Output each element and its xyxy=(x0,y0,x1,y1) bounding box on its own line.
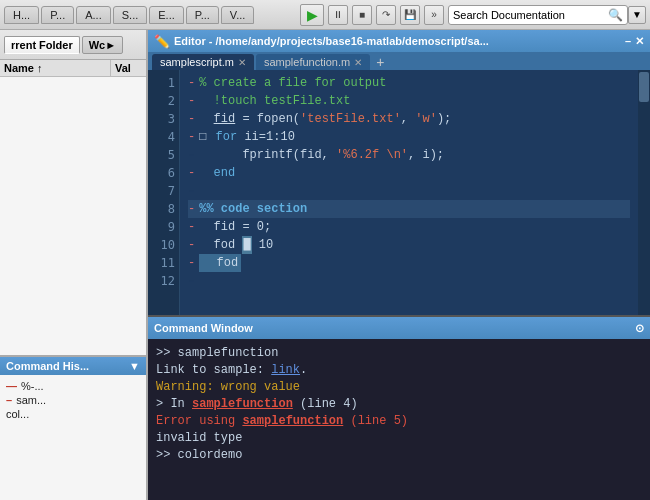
code-text: !touch testFile.txt xyxy=(199,92,350,110)
cmd-window-expand-icon[interactable]: ⊙ xyxy=(635,322,644,335)
code-line: - end xyxy=(188,164,630,182)
tab-close-icon[interactable]: ✕ xyxy=(238,57,246,68)
editor-titlebar-left: ✏️ Editor - /home/andy/projects/base16-m… xyxy=(154,34,489,49)
line-num: 2 xyxy=(148,92,175,110)
code-area[interactable]: -% create a file for output - !touch tes… xyxy=(180,70,638,315)
code-line: -% create a file for output xyxy=(188,74,630,92)
cmd-history-collapse-icon[interactable]: ▼ xyxy=(129,360,140,372)
dash-indicator: - xyxy=(188,218,195,236)
cmd-window-title: Command Window xyxy=(154,322,253,334)
editor-scrollbar[interactable] xyxy=(638,70,650,315)
toolbar: H... P... A... S... E... P... V... ▶ ⏸ ■… xyxy=(0,0,650,30)
code-line: - xyxy=(188,182,630,200)
editor-panel: ✏️ Editor - /home/andy/projects/base16-m… xyxy=(148,30,650,315)
tab-samplefunction[interactable]: samplefunction.m ✕ xyxy=(256,54,370,70)
tab-e[interactable]: E... xyxy=(149,6,184,24)
tab-add-button[interactable]: + xyxy=(372,54,388,70)
tab-p2[interactable]: P... xyxy=(186,6,219,24)
current-folder-button[interactable]: rrent Folder xyxy=(4,36,80,54)
code-line: - fid = 0; xyxy=(188,218,630,236)
tab-label: samplefunction.m xyxy=(264,56,350,68)
save-button[interactable]: 💾 xyxy=(400,5,420,25)
workspace-button[interactable]: Wc► xyxy=(82,36,123,54)
list-item[interactable]: – sam... xyxy=(4,393,142,407)
editor-icon: ✏️ xyxy=(154,34,170,49)
tab-v[interactable]: V... xyxy=(221,6,255,24)
tab-close-icon[interactable]: ✕ xyxy=(354,57,362,68)
code-text: 'w' xyxy=(415,110,437,128)
cmd-window-content[interactable]: >> samplefunction Link to sample: link. … xyxy=(148,339,650,500)
line-numbers: 1 2 3 4 5 6 7 8 9 10 11 12 xyxy=(148,70,180,315)
editor-content: 1 2 3 4 5 6 7 8 9 10 11 12 -% create a f… xyxy=(148,70,650,315)
filter-button[interactable]: ▼ xyxy=(628,6,646,24)
hist-item-text: %-... xyxy=(21,380,44,392)
cmd-error-text: (line 5) xyxy=(343,414,408,428)
cmd-history-title: Command His... xyxy=(6,360,89,372)
tab-h[interactable]: H... xyxy=(4,6,39,24)
list-item[interactable]: col... xyxy=(4,407,142,421)
pause-button[interactable]: ⏸ xyxy=(328,5,348,25)
col-name-header: Name ↑ xyxy=(0,60,111,76)
search-box: 🔍 xyxy=(448,5,628,25)
dash-indicator: - xyxy=(188,236,195,254)
cmd-window-header: Command Window ⊙ xyxy=(148,317,650,339)
cmd-line: >> samplefunction xyxy=(156,345,642,362)
tab-samplescript[interactable]: samplescript.m ✕ xyxy=(152,54,254,70)
code-text: fod xyxy=(199,236,242,254)
line-num: 11 xyxy=(148,254,175,272)
code-line: -%% code section xyxy=(188,200,630,218)
folder-list xyxy=(0,77,146,355)
code-line: - fod █ 10 xyxy=(188,236,630,254)
code-text: , xyxy=(401,110,415,128)
code-line: - !touch testFile.txt xyxy=(188,92,630,110)
cmd-line: Warning: wrong value xyxy=(156,379,642,396)
line-num: 5 xyxy=(148,146,175,164)
code-text: = fopen( xyxy=(235,110,300,128)
code-text: % create a file for output xyxy=(199,74,386,92)
tab-s[interactable]: S... xyxy=(113,6,148,24)
code-text: ii=1:10 xyxy=(244,128,294,146)
scroll-thumb[interactable] xyxy=(639,72,649,102)
tab-a[interactable]: A... xyxy=(76,6,111,24)
hist-item-text: col... xyxy=(6,408,29,420)
step-button[interactable]: ↷ xyxy=(376,5,396,25)
editor-close-button[interactable]: ✕ xyxy=(635,35,644,48)
cmd-text: . xyxy=(300,363,307,377)
breakpoint-icon: □ xyxy=(199,128,206,146)
cmd-text: (line 4) xyxy=(293,397,358,411)
cmd-prompt: >> samplefunction xyxy=(156,346,278,360)
minus-icon: — xyxy=(6,380,17,392)
command-window: Command Window ⊙ >> samplefunction Link … xyxy=(148,315,650,500)
cmd-line: invalid type xyxy=(156,430,642,447)
code-text: 10 xyxy=(252,236,274,254)
dash-indicator: - xyxy=(188,74,195,92)
minus-icon: – xyxy=(6,394,12,406)
cmd-func-link[interactable]: samplefunction xyxy=(242,414,343,428)
dash-indicator: - xyxy=(188,128,195,146)
dash-indicator: - xyxy=(188,254,195,272)
left-panel: rrent Folder Wc► Name ↑ Val Command His.… xyxy=(0,30,148,500)
editor-tabs: samplescript.m ✕ samplefunction.m ✕ + xyxy=(148,52,650,70)
toolbar-controls: ▶ ⏸ ■ ↷ 💾 » xyxy=(296,4,448,26)
cmd-func-link[interactable]: samplefunction xyxy=(192,397,293,411)
search-icon: 🔍 xyxy=(608,8,623,22)
cmd-link[interactable]: link xyxy=(271,363,300,377)
cmd-line: Error using samplefunction (line 5) xyxy=(156,413,642,430)
tab-p1[interactable]: P... xyxy=(41,6,74,24)
code-line: - fprintf(fid, '%6.2f \n', i); xyxy=(188,146,630,164)
play-button[interactable]: ▶ xyxy=(300,4,324,26)
code-text: fod xyxy=(199,254,241,272)
list-item[interactable]: — %-... xyxy=(4,379,142,393)
cmd-text: > In xyxy=(156,397,192,411)
code-text: end xyxy=(199,164,235,182)
code-text: %% code section xyxy=(199,200,307,218)
code-text xyxy=(199,110,213,128)
stop-button[interactable]: ■ xyxy=(352,5,372,25)
tab-label: samplescript.m xyxy=(160,56,234,68)
search-input[interactable] xyxy=(453,9,608,21)
editor-minimize-button[interactable]: – xyxy=(625,35,631,48)
dash-indicator: - xyxy=(188,164,195,182)
more-button[interactable]: » xyxy=(424,5,444,25)
code-line: - fid = fopen('testFile.txt', 'w'); xyxy=(188,110,630,128)
line-num: 4 xyxy=(148,128,175,146)
